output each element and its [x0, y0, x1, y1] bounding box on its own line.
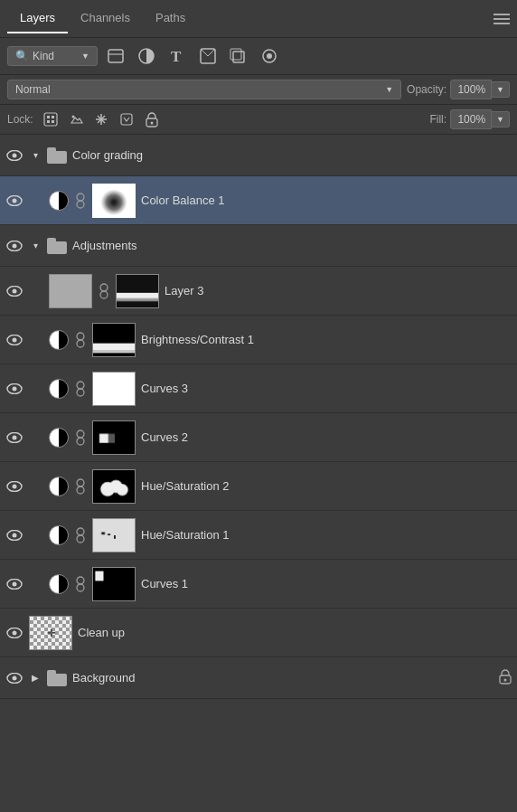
group-expand-icon[interactable]: ▾ — [29, 149, 42, 162]
svg-point-37 — [77, 340, 84, 347]
svg-point-47 — [13, 484, 17, 488]
pixel-filter-icon[interactable] — [103, 43, 128, 69]
visibility-toggle[interactable] — [5, 380, 24, 398]
chain-link-icon — [74, 575, 87, 593]
svg-rect-5 — [230, 49, 241, 60]
svg-point-48 — [77, 479, 84, 486]
fill-group: Fill: 100% ▼ — [429, 109, 510, 129]
layer-name: Curves 2 — [141, 430, 188, 444]
svg-rect-10 — [52, 116, 54, 118]
layer-row[interactable]: Layer 3 — [0, 267, 517, 316]
mask-thumbnail — [92, 469, 136, 504]
layer-row[interactable]: ▾ Color grading — [0, 135, 517, 176]
visibility-toggle[interactable] — [5, 575, 24, 593]
svg-point-40 — [77, 382, 84, 389]
kind-dropdown[interactable]: 🔍 Kind ▼ — [7, 46, 98, 66]
visibility-toggle[interactable] — [5, 624, 24, 642]
layer-row[interactable]: Hue/Saturation 2 — [0, 462, 517, 511]
opacity-label: Opacity: — [407, 83, 446, 96]
opacity-value[interactable]: 100% — [450, 80, 492, 99]
chain-link-icon — [74, 526, 87, 544]
layer-name: Curves 1 — [141, 577, 188, 590]
adjustment-filter-icon[interactable] — [134, 43, 159, 69]
adjustment-layer-icon — [49, 428, 69, 448]
adjustment-layer-icon — [49, 574, 69, 594]
svg-point-7 — [267, 53, 272, 59]
blend-mode-dropdown[interactable]: Normal ▼ — [7, 80, 401, 99]
smart-filter-icon[interactable] — [226, 43, 251, 69]
mask-thumbnail — [92, 567, 136, 601]
type-filter-icon[interactable]: T — [164, 43, 190, 69]
fill-label: Fill: — [429, 113, 446, 126]
svg-rect-9 — [47, 116, 50, 118]
lock-fill-toolbar: Lock: — [0, 105, 517, 135]
svg-point-59 — [13, 630, 17, 635]
filter-toolbar: 🔍 Kind ▼ T — [0, 38, 517, 75]
layer-thumbnail: ✛ — [29, 616, 72, 650]
chain-link-icon — [74, 429, 87, 447]
layer-row[interactable]: Curves 2 — [0, 413, 517, 462]
visibility-toggle[interactable] — [5, 331, 24, 349]
lock-artboard-button[interactable] — [117, 109, 136, 129]
lock-label: Lock: — [7, 113, 33, 126]
layer-row[interactable]: Brightness/Contrast 1 — [0, 316, 517, 364]
kind-label: Kind — [33, 50, 54, 62]
folder-icon — [47, 147, 67, 164]
adjustment-layer-icon — [49, 191, 69, 211]
fill-chevron-icon[interactable]: ▼ — [492, 111, 510, 127]
tab-layers[interactable]: Layers — [7, 4, 68, 33]
layer-row[interactable]: Curves 1 — [0, 560, 517, 609]
layer-name: Curves 3 — [141, 382, 188, 395]
folder-icon — [47, 670, 67, 686]
chain-link-icon — [74, 192, 87, 210]
mask-thumbnail — [92, 372, 136, 406]
svg-point-22 — [13, 153, 17, 157]
visibility-toggle[interactable] — [5, 237, 24, 255]
mask-thumbnail — [92, 518, 136, 552]
visibility-toggle[interactable] — [5, 282, 24, 300]
svg-point-32 — [100, 284, 108, 291]
svg-text:T: T — [171, 48, 182, 65]
tab-channels[interactable]: Channels — [68, 4, 143, 33]
visibility-toggle[interactable] — [5, 669, 24, 687]
menu-line-1 — [494, 14, 510, 15]
layer-name: Layer 3 — [164, 284, 203, 297]
group-expand-icon[interactable]: ▾ — [29, 240, 42, 252]
svg-point-33 — [100, 291, 108, 298]
svg-point-20 — [150, 121, 153, 124]
fill-value[interactable]: 100% — [450, 109, 492, 129]
svg-point-63 — [504, 678, 507, 681]
visibility-toggle[interactable] — [5, 477, 24, 496]
mask-thumbnail — [92, 323, 136, 357]
svg-point-35 — [13, 337, 17, 342]
svg-point-36 — [77, 333, 84, 340]
layer-row[interactable]: ▾ Adjustments — [0, 225, 517, 267]
chain-link-icon — [74, 331, 87, 349]
lock-image-button[interactable] — [66, 109, 86, 129]
visibility-toggle[interactable] — [5, 192, 24, 210]
svg-rect-18 — [121, 114, 132, 125]
lock-position-button[interactable] — [91, 109, 111, 129]
lock-pixels-button[interactable] — [41, 109, 61, 129]
panel-menu-button[interactable] — [494, 14, 510, 24]
tab-paths[interactable]: Paths — [143, 4, 198, 33]
layer-name: Color Balance 1 — [141, 194, 225, 207]
layer-row[interactable]: ▶ Background — [0, 657, 517, 699]
layer-name: Brightness/Contrast 1 — [141, 333, 254, 346]
layer-row[interactable]: Curves 3 — [0, 364, 517, 413]
layer-row[interactable]: ✛ Clean up — [0, 609, 517, 657]
visibility-toggle[interactable] — [5, 146, 24, 165]
layer-row[interactable]: Color Balance 1 — [0, 176, 517, 225]
group-expand-icon[interactable]: ▶ — [29, 672, 42, 685]
visibility-toggle[interactable] — [5, 526, 24, 544]
layer-row[interactable]: Hue/Saturation 1 — [0, 511, 517, 560]
lock-all-button[interactable] — [142, 109, 162, 129]
layer-thumbnail — [92, 184, 136, 218]
artboard-filter-icon[interactable] — [257, 43, 282, 69]
opacity-chevron-icon[interactable]: ▼ — [492, 81, 510, 98]
shape-filter-icon[interactable] — [195, 43, 221, 69]
svg-point-13 — [71, 116, 74, 118]
visibility-toggle[interactable] — [5, 429, 24, 447]
blend-chevron-icon: ▼ — [385, 85, 393, 94]
svg-rect-0 — [108, 50, 123, 62]
